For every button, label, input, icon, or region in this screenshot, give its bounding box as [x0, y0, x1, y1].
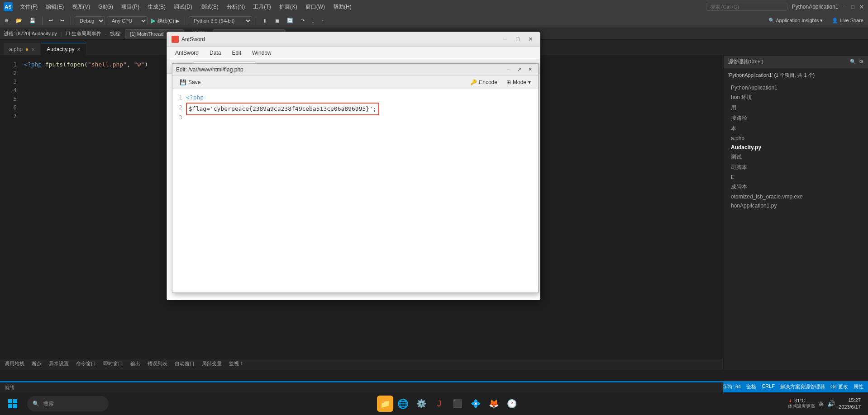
sidebar-item-genpkg[interactable]: 成脚本	[724, 182, 868, 192]
menu-file[interactable]: 文件(F)	[16, 2, 41, 12]
sidebar-item-project[interactable]: PythonApplication1	[724, 83, 868, 92]
search-input[interactable]	[706, 3, 787, 11]
antsword-menu-edit[interactable]: Edit	[227, 48, 246, 57]
sidebar-item-lsb[interactable]: otomized_lsb_oracle.vmp.exe	[724, 192, 868, 201]
clock-date: 2023/6/17	[839, 404, 861, 410]
edit-code-area[interactable]: 1 2 3 <?php $flag='cyberpeace{2389a9ca23…	[172, 89, 538, 292]
toolbar-open-btn[interactable]: 📂	[13, 17, 25, 24]
sidebar-search-btn[interactable]: 🔍	[850, 59, 856, 65]
sidebar-item-use[interactable]: 用	[724, 103, 868, 113]
menu-window[interactable]: 窗口(W)	[302, 2, 329, 12]
menu-tools[interactable]: 工具(T)	[249, 2, 274, 12]
status-indent: 全格	[746, 383, 756, 390]
edit-minimize-btn[interactable]: −	[504, 65, 513, 74]
antsword-menu-data[interactable]: Data	[205, 48, 225, 57]
edit-save-button[interactable]: 💾 Save	[176, 78, 204, 87]
process-label: 进程: [8720] Audacity.py	[4, 30, 57, 37]
antsword-maximize-btn[interactable]: □	[513, 34, 523, 44]
step-out-btn[interactable]: ↑	[319, 17, 327, 24]
status-git-changes[interactable]: Git 更改	[830, 383, 848, 390]
menu-build[interactable]: 生成(B)	[144, 2, 169, 12]
antsword-menu-window[interactable]: Window	[248, 48, 276, 57]
step-into-btn[interactable]: ↓	[309, 17, 317, 24]
sidebar-item-audacity[interactable]: Audacity.py	[724, 143, 868, 152]
edit-close-btn[interactable]: ✕	[525, 65, 534, 74]
taskbar-volume-icon[interactable]: 🔊	[827, 400, 835, 407]
bottom-tab-locals[interactable]: 局部变量	[202, 358, 222, 370]
antsword-close-btn[interactable]: ✕	[525, 34, 535, 44]
sidebar-item-scripts2[interactable]: 司脚本	[724, 162, 868, 173]
status-properties[interactable]: 属性	[854, 383, 863, 390]
restart-btn[interactable]: 🔄	[284, 17, 296, 24]
toolbar-new-btn[interactable]: ⊕	[2, 17, 11, 24]
antsword-minimize-btn[interactable]: −	[500, 34, 510, 44]
bottom-tab-exceptions[interactable]: 异常设置	[49, 358, 69, 370]
step-over-btn[interactable]: ↷	[298, 17, 307, 24]
taskbar-clash[interactable]: 💠	[467, 396, 484, 412]
sidebar-item-aphp[interactable]: a.php	[724, 134, 868, 143]
menu-debug[interactable]: 调试(D)	[170, 2, 196, 12]
edit-mode-button[interactable]: ⊞ Mode ▾	[503, 78, 534, 87]
sidebar-item-scripts[interactable]: 本	[724, 123, 868, 134]
live-share-btn[interactable]: 👤 Live Share	[829, 17, 866, 24]
tab-audacity-close[interactable]: ✕	[77, 47, 81, 52]
maximize-btn[interactable]: □	[851, 4, 854, 10]
bottom-tab-auto[interactable]: 自动窗口	[175, 358, 195, 370]
edit-encode-button[interactable]: 🔑 Encode	[467, 78, 501, 87]
bottom-tab-callstack[interactable]: 调用堆栈	[5, 358, 24, 370]
app-insights-btn[interactable]: 🔍 Application Insights ▾	[766, 17, 825, 24]
sidebar-settings-btn[interactable]: ⚙	[859, 59, 863, 65]
menu-view[interactable]: 视图(V)	[68, 2, 94, 12]
bottom-tab-watch[interactable]: 监视 1	[229, 358, 243, 370]
menu-git[interactable]: Git(G)	[95, 3, 117, 11]
close-btn[interactable]: ✕	[859, 3, 864, 10]
status-solution[interactable]: 解决方案资源管理器	[780, 383, 825, 390]
bottom-tab-output[interactable]: 输出	[130, 358, 140, 370]
lifecycle-label: ☐ 生命周期事件	[66, 30, 101, 37]
sidebar-item-test[interactable]: 测试	[724, 152, 868, 162]
edit-expand-btn[interactable]: ↗	[515, 65, 524, 74]
menu-extensions[interactable]: 扩展(X)	[276, 2, 301, 12]
debug-mode-dropdown[interactable]: Debug	[75, 16, 105, 25]
menu-help[interactable]: 帮助(H)	[329, 2, 355, 12]
minimize-btn[interactable]: −	[843, 3, 847, 10]
sidebar-item-e[interactable]: E	[724, 173, 868, 182]
cpu-dropdown[interactable]: Any CPU	[107, 16, 148, 25]
sidebar-item-path[interactable]: 搜路径	[724, 113, 868, 123]
menu-analyze[interactable]: 分析(N)	[223, 2, 249, 12]
menu-project[interactable]: 项目(P)	[118, 2, 143, 12]
undo-btn[interactable]: ↩	[46, 17, 56, 24]
tab-aphp-close[interactable]: ✕	[31, 47, 35, 52]
status-ready: 就绪	[5, 384, 14, 391]
taskbar-terminal[interactable]: ⬛	[449, 396, 466, 412]
taskbar-edge[interactable]: 🌐	[395, 396, 411, 412]
toolbar-save-btn[interactable]: 💾	[27, 17, 38, 24]
bottom-tab-breakpoints[interactable]: 断点	[32, 358, 42, 370]
sidebar-item-pyapp[interactable]: honApplication1.py	[724, 201, 868, 210]
taskbar-clock[interactable]: 🕐	[504, 396, 520, 412]
bottom-tab-command[interactable]: 命令窗口	[76, 358, 96, 370]
sidebar-item-env[interactable]: hon 环境	[724, 92, 868, 103]
tab-audacity-label: Audacity.py	[47, 46, 74, 52]
firefox-icon: 🦊	[489, 399, 499, 409]
taskbar-settings[interactable]: ⚙️	[413, 396, 429, 412]
taskbar-jetbrains[interactable]: J	[431, 396, 448, 412]
tab-audacity[interactable]: Audacity.py ✕	[41, 43, 86, 55]
taskbar-search[interactable]: 🔍 搜索	[27, 396, 109, 411]
stop-btn[interactable]: ⏹	[272, 17, 282, 24]
bottom-tab-errorlist[interactable]: 错误列表	[148, 358, 167, 370]
taskbar-clock-display[interactable]: 15:27 2023/6/17	[839, 397, 861, 411]
taskbar-firefox[interactable]: 🦊	[486, 396, 502, 412]
start-button[interactable]	[4, 395, 22, 413]
bottom-tab-immediate[interactable]: 即时窗口	[103, 358, 123, 370]
python-dropdown[interactable]: Python 3.9 (64-bit)	[189, 16, 252, 25]
menu-test[interactable]: 测试(S)	[197, 2, 222, 12]
taskbar-search-icon: 🔍	[33, 401, 39, 407]
tab-aphp[interactable]: a.php ● ✕	[4, 43, 40, 55]
menu-edit[interactable]: 编辑(E)	[42, 2, 67, 12]
taskbar-file-manager[interactable]: 📁	[377, 396, 393, 412]
redo-btn[interactable]: ↪	[57, 17, 67, 24]
debug-controls[interactable]: ⏸	[260, 17, 270, 24]
antsword-menu-antsword[interactable]: AntSword	[171, 48, 203, 57]
run-button[interactable]: ▶ 继续(C) ▶	[149, 16, 181, 25]
